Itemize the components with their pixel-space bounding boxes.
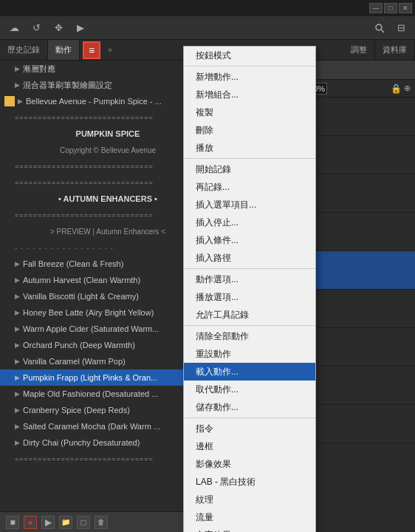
actions-bottom-toolbar: ■ ● ▶ 📁 □ 🗑 [0,511,195,532]
menu-item-insert-path[interactable]: 插入路徑 [184,249,315,267]
list-item[interactable]: ▶ 漸層對應 [0,61,195,77]
list-item[interactable]: ▶ Pumpkin Frapp (Light Pinks & Oran... [0,369,195,386]
panel-icon[interactable]: ⊟ [393,20,409,36]
cloud-icon[interactable]: ☁ [6,20,22,36]
close-button[interactable]: ✕ [399,3,412,13]
list-item: ============================== [0,207,195,223]
menu-item-replace-actions[interactable]: 取代動作... [184,381,315,398]
tab-adjustments[interactable]: 調整 [343,40,375,60]
menu-item-clear-all-actions[interactable]: 清除全部動作 [184,327,315,345]
menu-item-allow-tool-recording[interactable]: 允許工具記錄 [184,306,315,324]
list-item[interactable]: ▶ Fall Breeze (Clean & Fresh) [0,256,195,272]
list-item[interactable]: ▶ Autumn Harvest (Clean Warmth) [0,272,195,288]
list-item[interactable]: ▶ Warm Apple Cider (Saturated Warm... [0,321,195,337]
list-item: ============================== [0,451,195,467]
list-item: ============================== [0,158,195,174]
expand-panels-button[interactable]: » [103,40,117,60]
menu-item-texture[interactable]: 紋理 [184,491,315,508]
list-item[interactable]: Copyright © Bellevue Avenue [0,142,195,158]
tab-history[interactable]: 歷史記錄 [0,40,48,60]
menu-item-load-actions[interactable]: 載入動作... [184,363,315,381]
menu-item-insert-stop[interactable]: 插入停止... [184,214,315,231]
menu-item-lab-bw[interactable]: LAB - 黑白技術 [184,473,315,491]
menu-button[interactable]: ≡ [83,41,100,59]
menu-item-action-options[interactable]: 動作選項... [184,270,315,288]
menu-item-play[interactable]: 播放 [184,139,315,157]
lock-icon[interactable]: 🔒 [391,83,402,94]
list-item[interactable]: ▶ Vanilla Biscotti (Light & Creamy) [0,288,195,304]
list-item[interactable]: ▶ Dirty Chai (Punchy Desaturated) [0,434,195,451]
menu-item-delete[interactable]: 刪除 [184,121,315,139]
stop-button[interactable]: ■ [6,516,19,529]
list-item[interactable]: ▶ Salted Caramel Mocha (Dark Warm ... [0,418,195,434]
menu-separator [184,268,315,269]
menu-item-commands[interactable]: 指令 [184,420,315,437]
list-item: ============================== [0,109,195,126]
refresh-icon[interactable]: ↺ [28,20,44,36]
list-item[interactable]: ▶ Bellevue Avenue - Pumpkin Spice - ... [0,93,195,109]
record-button[interactable]: ● [24,516,37,529]
play-icon[interactable]: ▶ [72,20,89,36]
actions-dropdown-menu: 按鈕模式 新增動作... 新增組合... 複製 刪除 播放 開始記錄 再記錄..… [183,46,316,532]
list-item[interactable]: PUMPKIN SPICE [0,126,195,142]
menu-item-save-actions[interactable]: 儲存動作... [184,398,315,416]
menu-item-button-mode[interactable]: 按鈕模式 [184,47,315,64]
menu-item-frames[interactable]: 邊框 [184,437,315,455]
tab-actions[interactable]: 動作 [48,40,80,60]
list-item[interactable]: > PREVIEW | Autumn Enhancers < [0,223,195,239]
menu-separator [184,325,315,326]
menu-separator [184,66,315,66]
pixel-lock-icon[interactable]: ⊕ [404,83,411,94]
svg-point-0 [376,24,382,30]
delete-button[interactable]: 🗑 [95,516,108,529]
menu-separator [184,158,315,159]
menu-item-duplicate[interactable]: 複製 [184,103,315,121]
menu-item-start-record[interactable]: 開始記錄 [184,160,315,178]
menu-item-flow[interactable]: 流量 [184,508,315,526]
maximize-button[interactable]: □ [384,3,397,13]
menu-item-re-record[interactable]: 再記錄... [184,178,315,196]
menu-separator [184,417,315,418]
title-bar: — □ ✕ [0,0,415,16]
menu-item-new-group[interactable]: 新增組合... [184,86,315,103]
tab-library[interactable]: 資料庫 [375,40,415,60]
actions-list: ▶ 漸層對應 ▶ 混合器筆刷筆製繪圖設定 ▶ Bellevue Avenue -… [0,61,195,511]
list-item[interactable]: • AUTUMN ENHANCERS • [0,191,195,207]
left-panel: ▶ 漸層對應 ▶ 混合器筆刷筆製繪圖設定 ▶ Bellevue Avenue -… [0,61,196,532]
menu-item-text-effects[interactable]: 文字效果 [184,526,315,532]
new-action-button[interactable]: □ [77,516,90,529]
menu-item-insert-condition[interactable]: 插入條件... [184,231,315,249]
menu-item-insert-menu-item[interactable]: 插入選單項目... [184,196,315,214]
menu-item-new-action[interactable]: 新增動作... [184,68,315,86]
menu-item-playback-options[interactable]: 播放選項... [184,288,315,306]
new-folder-button[interactable]: 📁 [59,516,72,529]
search-icon[interactable] [372,21,387,35]
play-button[interactable]: ▶ [41,516,55,529]
svg-line-1 [382,30,385,33]
move-icon[interactable]: ✥ [50,20,66,36]
list-item: ============================== [0,174,195,191]
list-item: - - - - - - - - - - - - - - - - - [0,239,195,256]
top-toolbar: ☁ ↺ ✥ ▶ ⊟ [0,16,415,40]
list-item[interactable]: ▶ Honey Bee Latte (Airy Bright Yellow) [0,304,195,321]
list-item[interactable]: ▶ Maple Old Fashioned (Desaturated ... [0,386,195,402]
menu-item-reset-actions[interactable]: 重設動作 [184,345,315,363]
minimize-button[interactable]: — [369,3,383,13]
list-item[interactable]: ▶ 混合器筆刷筆製繪圖設定 [0,77,195,93]
list-item[interactable]: ▶ Cranberry Spice (Deep Reds) [0,402,195,418]
list-item[interactable]: ▶ Vanilla Caramel (Warm Pop) [0,353,195,369]
list-item[interactable]: ▶ Orchard Punch (Deep Warmth) [0,337,195,353]
menu-item-image-effects[interactable]: 影像效果 [184,455,315,473]
